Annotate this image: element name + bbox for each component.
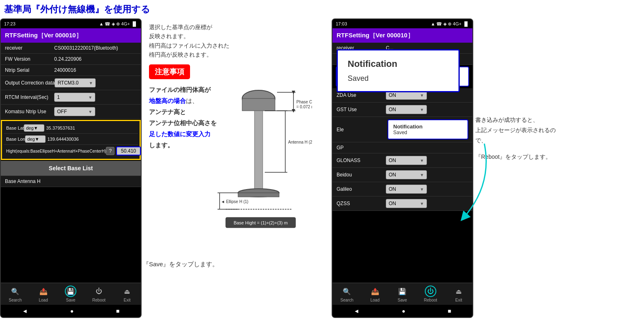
dropdown-arrow-icon: ▼ (420, 93, 424, 98)
right-app-header: RTFSetting［Ver 000010］ (332, 28, 472, 43)
yellow-section: Base Lat deg ▼ 35.379537631 Base Lon deg… (1, 120, 141, 160)
left-nav-exit[interactable]: ⏏ Exit (121, 286, 133, 302)
recent-button[interactable]: ■ (116, 308, 119, 314)
page-title: 基準局『外付け無線機』を使用する (4, 3, 150, 16)
left-row-ntrip-serial: Ntrip Serial 24000016 (1, 65, 141, 76)
dropdown-arrow-icon: ▼ (88, 95, 92, 100)
svg-text:Base Hight = (1)+(2)+(3) m: Base Hight = (1)+(2)+(3) m (234, 220, 288, 225)
left-nav-load[interactable]: 📤 Load (38, 286, 49, 302)
save-icon: 💾 (396, 286, 408, 297)
exit-icon: ⏏ (121, 286, 133, 297)
notification-saved-large: Saved (348, 74, 449, 83)
svg-rect-1 (242, 98, 275, 111)
right-nav-save[interactable]: 💾 Save (396, 286, 408, 302)
left-row-receiver: receiver CS000312220017(Bluetooth) (1, 43, 141, 54)
svg-rect-13 (238, 193, 279, 197)
save-text: 『Save』をタップします。 (143, 261, 218, 268)
blue-text-1: 地盤高の場合 (149, 97, 186, 104)
left-app-header: RTFSetting［Ver 000010］ (1, 28, 141, 43)
base-lon-value: 139.644430036 (47, 137, 135, 142)
left-time: 17:23 (4, 21, 16, 26)
output-correction-dropdown[interactable]: RTCM3.0 ▼ (55, 78, 96, 87)
svg-text:Antenna H (2): Antenna H (2) (288, 140, 312, 144)
base-lat-deg-dropdown[interactable]: deg ▼ (24, 124, 44, 132)
antenna-diagram: Phase Center H = 0.072 m (3) Antenna H (… (205, 82, 320, 238)
phone-left: 17:23 ▲ ☎ ◈ ⊕ 4G+ ▐▌ RTFSetting［Ver 0000… (0, 18, 142, 318)
annotation-line1: 書き込みが成功すると、 (475, 115, 557, 125)
dropdown-arrow-icon: ▼ (420, 201, 424, 206)
home-button[interactable]: ● (402, 308, 405, 314)
left-nav-save[interactable]: 💾 Save (65, 286, 76, 302)
hight-input[interactable]: 50.410 (116, 146, 141, 155)
base-lat-value: 35.379537631 (46, 126, 135, 130)
blue-text-2: 足した数値に変更入力 (149, 130, 211, 137)
middle-text-block: 選択した基準点の座標が 反映されます。 楕円高はファイルに入力された 楕円高が反… (149, 23, 323, 59)
base-lon-deg-dropdown[interactable]: deg ▼ (25, 135, 46, 143)
attention-label: 注意事項 (149, 64, 190, 79)
notification-inner-saved: Saved (393, 130, 463, 135)
dropdown-arrow-icon: ▼ (420, 187, 424, 192)
back-button[interactable]: ◄ (22, 308, 28, 314)
reboot-arrow (451, 144, 501, 226)
reboot-icon: ⏻ (93, 286, 105, 297)
left-nav-search[interactable]: 🔍 Search (9, 286, 22, 302)
dropdown-arrow-icon: ▼ (420, 107, 424, 112)
base-lon-row: Base Lon deg ▼ 139.644430036 (4, 134, 138, 145)
dropdown-arrow-icon: ▼ (88, 110, 92, 114)
hight-row: Hight(equals:BaseEllipseH+AntennaH+Phase… (4, 145, 138, 157)
notification-inner: Notification Saved (387, 119, 468, 139)
right-nav-reboot[interactable]: ⏻ Reboot (424, 286, 437, 302)
left-bottom-nav: 🔍 Search 📤 Load 💾 Save ⏻ Reboot ⏏ Exit (1, 283, 141, 305)
gst-dropdown[interactable]: ON ▼ (386, 105, 427, 114)
annotation-line2: 上記メッセージが表示されるので、 (475, 125, 557, 146)
select-base-list-button[interactable]: Select Base List (1, 161, 141, 176)
right-time: 17:03 (336, 21, 347, 26)
back-button[interactable]: ◄ (354, 308, 360, 314)
right-bottom-nav: 🔍 Search 📤 Load 💾 Save ⏻ Reboot ⏏ Exit (332, 283, 472, 305)
svg-rect-7 (254, 111, 263, 193)
dropdown-arrow-icon: ▼ (420, 173, 424, 177)
left-nav-reboot[interactable]: ⏻ Reboot (92, 286, 105, 302)
svg-text:= 0.072 m (3): = 0.072 m (3) (296, 105, 312, 109)
komatsu-ntrip-dropdown[interactable]: OFF ▼ (54, 107, 95, 116)
exit-icon: ⏏ (453, 286, 465, 297)
right-annotation: 書き込みが成功すると、 上記メッセージが表示されるので、 (475, 115, 557, 146)
left-row-fwversion: FW Version 0.24.220906 (1, 54, 141, 65)
dropdown-arrow-icon: ▼ (420, 158, 424, 163)
load-icon: 📤 (369, 286, 381, 297)
dropdown-arrow-icon: ▼ (89, 81, 93, 85)
save-icon: 💾 (65, 286, 76, 297)
notification-inner-title: Notification (393, 123, 463, 130)
qzss-dropdown[interactable]: ON ▼ (386, 199, 427, 208)
right-nav-exit[interactable]: ⏏ Exit (453, 286, 465, 302)
base-lat-row: Base Lat deg ▼ 35.379537631 (4, 123, 138, 134)
recent-button[interactable]: ■ (448, 308, 451, 314)
beidou-dropdown[interactable]: ON ▼ (386, 170, 427, 179)
right-row-ele: Ele Notification Saved (332, 117, 472, 142)
right-status-icons: ▲ ☎ ◈ ⊕ 4G+ ▐▌ (431, 21, 469, 27)
load-icon: 📤 (38, 286, 49, 297)
base-antenna-row: Base Antenna H (1, 176, 141, 187)
left-row-rtcm-interval: RTCM Interval(Sec) 1 ▼ (1, 90, 141, 105)
right-nav-search[interactable]: 🔍 Search (340, 286, 353, 302)
left-status-icons: ▲ ☎ ◈ ⊕ 4G+ ▐▌ (99, 21, 138, 27)
search-icon: 🔍 (341, 286, 353, 297)
left-android-bar: ◄ ● ■ (1, 305, 141, 317)
rtcm-interval-dropdown[interactable]: 1 ▼ (54, 93, 95, 102)
search-icon: 🔍 (9, 286, 21, 297)
left-row-output: Output Correction data RTCM3.0 ▼ (1, 76, 141, 90)
right-row-gst: GST Use ON ▼ (332, 103, 472, 117)
home-button[interactable]: ● (70, 308, 73, 314)
svg-text:Phase Center H: Phase Center H (296, 100, 312, 104)
galileo-dropdown[interactable]: ON ▼ (386, 185, 427, 194)
right-android-bar: ◄ ● ■ (332, 305, 472, 317)
left-row-komatsu: Komatsu Ntrip Use OFF ▼ (1, 105, 141, 119)
notification-title-large: Notification (348, 59, 449, 69)
svg-text:◄ Ellipse H (1): ◄ Ellipse H (1) (221, 199, 248, 204)
right-nav-load[interactable]: 📤 Load (369, 286, 381, 302)
right-status-bar: 17:03 ▲ ☎ ◈ ⊕ 4G+ ▐▌ (332, 19, 472, 28)
left-status-bar: 17:23 ▲ ☎ ◈ ⊕ 4G+ ▐▌ (1, 19, 141, 28)
glonass-dropdown[interactable]: ON ▼ (386, 156, 427, 165)
question-button[interactable]: ? (106, 147, 115, 155)
reboot-icon: ⏻ (425, 286, 436, 297)
